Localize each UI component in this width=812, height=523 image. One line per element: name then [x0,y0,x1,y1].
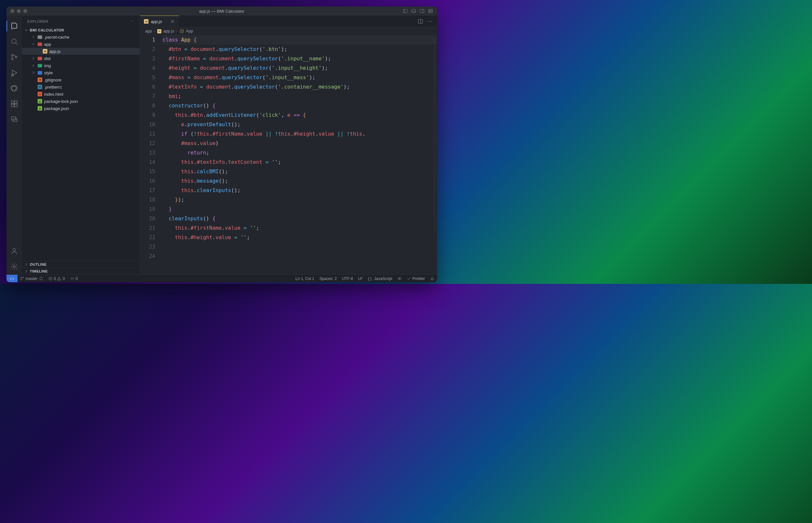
tree-label: .prettierrc [44,85,62,90]
file--gitignore[interactable]: ◆.gitignore [22,76,140,84]
svg-rect-4 [420,10,424,13]
problems-status[interactable]: 0 0 [46,275,68,282]
svg-point-12 [12,54,13,56]
timeline-section[interactable]: TIMELINE [22,268,140,274]
svg-point-32 [21,279,21,280]
max-dot[interactable] [23,9,27,13]
account-icon[interactable] [6,244,22,259]
folder-style[interactable]: style [22,69,140,76]
tab-more-icon[interactable]: ⋯ [427,18,433,24]
js-file-icon: JS [144,19,149,24]
search-tab[interactable] [6,34,22,49]
breadcrumb-folder[interactable]: app [145,29,152,33]
folder--parcel-cache[interactable]: .parcel-cache [22,33,140,40]
close-icon[interactable] [170,19,175,24]
minimap[interactable] [433,38,436,232]
warning-icon [57,276,61,281]
status-bar: master 0 0 0 Ln 1, Col 1 Spaces: 2 UTF-8… [6,274,437,282]
project-name: BMI CALCULATOR [30,28,64,32]
file-icon: JS [42,49,48,54]
code-lines[interactable]: class App { #btn = document.querySelecto… [161,35,437,274]
layout-bottom-icon[interactable] [411,8,416,14]
file--prettierrc[interactable]: P.prettierrc [22,84,140,91]
svg-rect-19 [15,101,17,104]
svg-rect-22 [11,117,16,120]
svg-rect-8 [429,11,430,13]
traffic-lights[interactable] [11,9,27,13]
folder-icon [37,70,42,75]
sync-icon[interactable] [39,276,43,281]
tab-label: app.js [151,19,162,24]
project-section-header[interactable]: BMI CALCULATOR [22,27,140,33]
language-status[interactable]: { }JavaScript [365,276,395,281]
encoding-status[interactable]: UTF-8 [339,276,356,281]
chevron-right-icon [31,35,36,39]
settings-icon[interactable] [6,259,22,274]
folder-icon [37,34,42,40]
breadcrumb[interactable]: app › JS app.js › App [140,27,437,35]
remote-button[interactable] [6,275,18,283]
liveshare-status[interactable]: 0 [68,275,80,282]
tab-app-js[interactable]: JS app.js [140,16,179,27]
svg-rect-30 [180,30,183,33]
svg-point-10 [12,39,16,43]
radio-icon [70,276,74,281]
scm-tab[interactable] [6,49,22,65]
breadcrumb-symbol[interactable]: App [186,29,193,33]
prettier-status[interactable]: Prettier [404,276,428,281]
outline-section[interactable]: OUTLINE [22,261,140,268]
svg-rect-7 [431,10,432,11]
file-app-js[interactable]: JSapp.js [22,48,140,55]
file-package-lock-json[interactable]: {}package-lock.json [22,98,140,105]
folder-dist[interactable]: dist [22,55,140,62]
chevron-right-icon [31,63,36,68]
chevron-right-icon [24,262,29,267]
svg-rect-0 [403,10,407,13]
tree-label: package-lock.json [44,99,78,104]
line-gutter: 123456789101112131415161718192021222324 [140,35,161,274]
close-dot[interactable] [11,9,14,13]
folder-app[interactable]: app [22,40,140,48]
svg-rect-20 [11,104,14,107]
file-icon: <> [37,91,42,97]
extensions-tab[interactable] [6,96,22,112]
svg-rect-21 [15,104,17,107]
layout-grid-icon[interactable] [428,8,433,14]
tree-label: index.html [44,92,63,97]
warning-count: 0 [62,276,65,281]
layout-left-icon[interactable] [402,8,408,14]
error-icon [48,276,53,281]
eol-status[interactable]: LF [356,276,365,281]
js-file-icon: JS [157,29,162,33]
github-tab[interactable] [6,80,22,96]
svg-point-31 [21,277,21,278]
bell-icon[interactable] [428,276,437,281]
chat-tab[interactable] [6,112,22,127]
split-editor-icon[interactable] [417,18,423,24]
folder-img[interactable]: img [22,62,140,69]
layout-right-icon[interactable] [419,8,424,14]
file-tree: .parcel-cacheappJSapp.jsdistimgstyle◆.gi… [22,33,140,112]
file-index-html[interactable]: <>index.html [22,91,140,98]
file-icon: {} [37,98,42,104]
chevron-right-icon [31,56,36,61]
indentation-status[interactable]: Spaces: 2 [317,276,339,281]
cursor-position[interactable]: Ln 1, Col 1 [293,276,317,281]
svg-rect-18 [11,101,14,104]
explorer-tab[interactable] [6,18,22,34]
window-title: app.js — BMI Calculator [6,9,437,14]
breadcrumb-file[interactable]: app.js [163,29,174,33]
radio-count: 0 [76,276,78,281]
tab-bar: JS app.js ⋯ [140,16,437,27]
sidebar-more-icon[interactable]: ⋯ [130,19,134,23]
tree-label: app.js [49,49,61,54]
file-package-json[interactable]: {}package.json [22,105,140,112]
git-branch-status[interactable]: master [18,275,46,282]
svg-point-25 [13,266,15,268]
timeline-label: TIMELINE [30,269,48,273]
feedback-icon[interactable] [395,276,404,281]
chevron-down-icon [31,42,36,47]
code-editor[interactable]: 123456789101112131415161718192021222324 … [140,35,437,274]
min-dot[interactable] [17,9,21,13]
debug-tab[interactable] [6,65,22,80]
